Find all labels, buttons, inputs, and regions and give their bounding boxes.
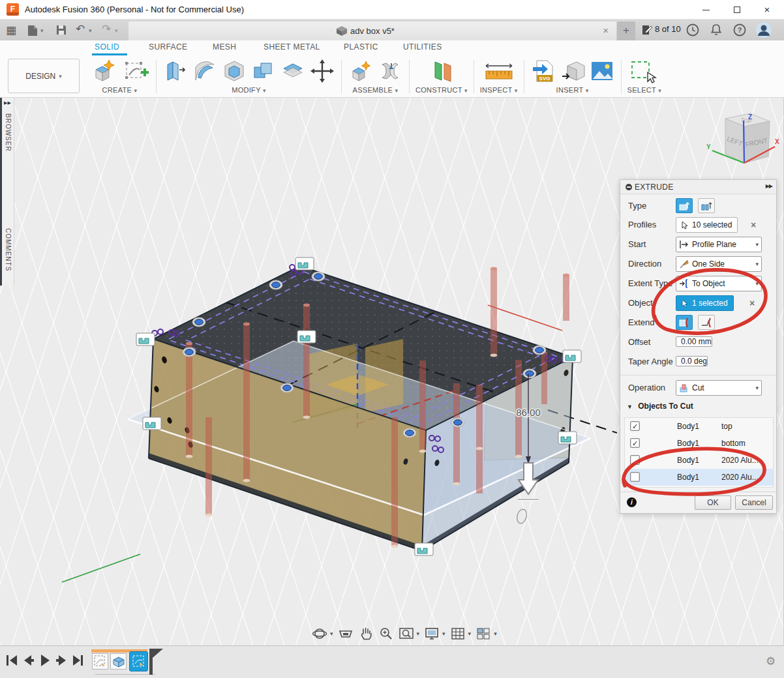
offset-input[interactable]: 0.00 mm — [676, 336, 712, 347]
canvas-icon[interactable] — [589, 58, 615, 84]
design-menu-button[interactable]: DESIGN ▾ — [8, 59, 80, 93]
grid-caret-icon[interactable]: ▾ — [468, 630, 472, 637]
operation-dropdown[interactable]: Cut ▾ — [676, 380, 762, 396]
display-caret-icon[interactable]: ▾ — [442, 630, 445, 637]
document-tab[interactable]: adv box v5* × — [128, 22, 616, 40]
fit-icon[interactable] — [399, 626, 414, 641]
checkbox-unchecked[interactable] — [630, 472, 640, 482]
go-to-start-button[interactable] — [7, 655, 17, 666]
checkbox-unchecked[interactable] — [630, 455, 640, 465]
orbit-icon[interactable] — [312, 626, 327, 641]
timeline-extrude-item[interactable] — [110, 653, 127, 670]
combine-icon[interactable] — [250, 58, 277, 84]
body-row-top[interactable]: ✓ Body1 top — [625, 418, 773, 435]
object-clear-icon[interactable]: × — [749, 298, 755, 308]
redo-icon[interactable]: ↷ — [102, 22, 111, 36]
press-pull-icon[interactable] — [162, 58, 188, 84]
file-icon[interactable] — [27, 25, 38, 37]
shell-icon[interactable] — [221, 58, 247, 84]
job-status-icon[interactable] — [642, 25, 653, 36]
create-group-label[interactable]: CREATE — [102, 86, 132, 94]
tab-surface[interactable]: SURFACE — [149, 42, 187, 52]
dock-panel-icon[interactable]: ▶▶ — [766, 183, 772, 189]
redo-caret-icon[interactable]: ▾ — [115, 27, 118, 34]
new-component-icon[interactable] — [348, 58, 374, 84]
maximize-button[interactable] — [723, 0, 751, 19]
checkbox-checked[interactable]: ✓ — [630, 421, 640, 431]
extrude-dialog-header[interactable]: EXTRUDE ▶▶ — [620, 180, 776, 194]
step-forward-button[interactable] — [56, 655, 66, 666]
clock-icon[interactable] — [686, 23, 699, 37]
jobs-count-label[interactable]: 8 of 10 — [655, 24, 681, 34]
insert-group-label[interactable]: INSERT — [556, 86, 584, 94]
taper-angle-input[interactable]: 0.0 deg — [676, 356, 708, 366]
play-button[interactable] — [41, 655, 50, 666]
pan-icon[interactable] — [358, 626, 374, 641]
split-body-icon[interactable] — [280, 58, 306, 84]
object-select-button[interactable]: 1 selected — [676, 295, 734, 311]
document-tab-close-icon[interactable]: × — [603, 25, 609, 36]
extend-faces-icon[interactable] — [676, 315, 693, 330]
extrude-type-solid-icon[interactable] — [676, 198, 693, 213]
profiles-clear-icon[interactable]: × — [751, 220, 756, 230]
view-cube[interactable]: TOP LEFT FRONT Z Y X — [704, 106, 781, 177]
objects-to-cut-header[interactable]: ▼ Objects To Cut — [627, 402, 693, 411]
avatar[interactable] — [755, 22, 772, 38]
grid-settings-icon[interactable] — [450, 626, 466, 641]
fit-caret-icon[interactable]: ▾ — [417, 630, 420, 637]
body-row-alu-1[interactable]: Body1 2020 Alu... — [625, 452, 773, 469]
save-icon[interactable] — [56, 25, 67, 35]
direction-dropdown[interactable]: One Side ▾ — [676, 256, 762, 272]
tab-utilities[interactable]: UTILITIES — [403, 42, 442, 52]
ok-button[interactable]: OK — [695, 495, 731, 510]
start-dropdown[interactable]: Profile Plane ▾ — [676, 237, 762, 252]
move-icon[interactable] — [309, 58, 335, 84]
close-button[interactable]: × — [753, 0, 781, 19]
undo-caret-icon[interactable]: ▾ — [89, 27, 92, 34]
undo-icon[interactable]: ↶ — [76, 22, 85, 36]
assemble-group-label[interactable]: ASSEMBLE — [353, 86, 393, 94]
tab-plastic[interactable]: PLASTIC — [344, 42, 378, 52]
expand-browser-icon[interactable]: ▶▶ — [4, 100, 11, 106]
sidebar-item-browser[interactable]: BROWSER — [5, 113, 12, 152]
tab-solid[interactable]: SOLID — [95, 42, 119, 52]
tab-mesh[interactable]: MESH — [213, 42, 236, 52]
select-group-label[interactable]: SELECT — [627, 86, 656, 94]
display-settings-icon[interactable] — [424, 626, 440, 641]
settings-gear-icon[interactable]: ⚙ — [766, 655, 776, 668]
new-form-icon[interactable] — [89, 58, 118, 84]
orbit-caret-icon[interactable]: ▾ — [330, 630, 333, 637]
zoom-icon[interactable] — [378, 626, 394, 641]
timeline-sketch1-item[interactable] — [92, 653, 108, 670]
dimension-label[interactable]: 86.00 — [516, 407, 541, 418]
help-icon[interactable]: ? — [733, 23, 746, 37]
insert-svg-icon[interactable]: SVG — [530, 58, 556, 84]
sketch-point[interactable] — [516, 508, 528, 525]
tab-sheet-metal[interactable]: SHEET METAL — [264, 42, 320, 52]
sidebar-item-comments[interactable]: COMMENTS — [5, 228, 12, 271]
minimize-button[interactable] — [691, 0, 720, 19]
body-row-bottom[interactable]: ✓ Body1 bottom — [625, 435, 773, 452]
measure-icon[interactable] — [481, 58, 517, 84]
construct-plane-icon[interactable] — [427, 58, 456, 84]
extrude-type-thin-icon[interactable] — [698, 198, 715, 213]
new-tab-button[interactable]: + — [617, 22, 635, 40]
viewports-caret-icon[interactable]: ▾ — [494, 630, 497, 637]
modify-group-label[interactable]: MODIFY — [232, 86, 260, 94]
look-at-icon[interactable] — [338, 626, 354, 641]
body-row-alu-2[interactable]: Body1 2020 Alu... — [625, 469, 773, 486]
viewports-icon[interactable] — [475, 626, 491, 641]
section-collapse-icon[interactable]: ▼ — [627, 404, 633, 410]
app-grid-icon[interactable]: ▦ — [6, 23, 16, 37]
checkbox-checked[interactable]: ✓ — [630, 438, 640, 448]
extend-adjacent-icon[interactable] — [698, 315, 715, 330]
joint-icon[interactable] — [377, 58, 403, 84]
extent-type-dropdown[interactable]: To Object ▾ — [676, 276, 762, 291]
go-to-end-button[interactable] — [73, 655, 83, 666]
info-icon[interactable]: i — [627, 497, 637, 507]
step-back-button[interactable] — [24, 655, 34, 666]
timeline-sketch2-item-active[interactable] — [129, 651, 148, 671]
profiles-select-button[interactable]: 10 selected — [676, 217, 738, 233]
create-sketch-icon[interactable] — [121, 58, 150, 84]
insert-mesh-icon[interactable] — [560, 58, 586, 84]
